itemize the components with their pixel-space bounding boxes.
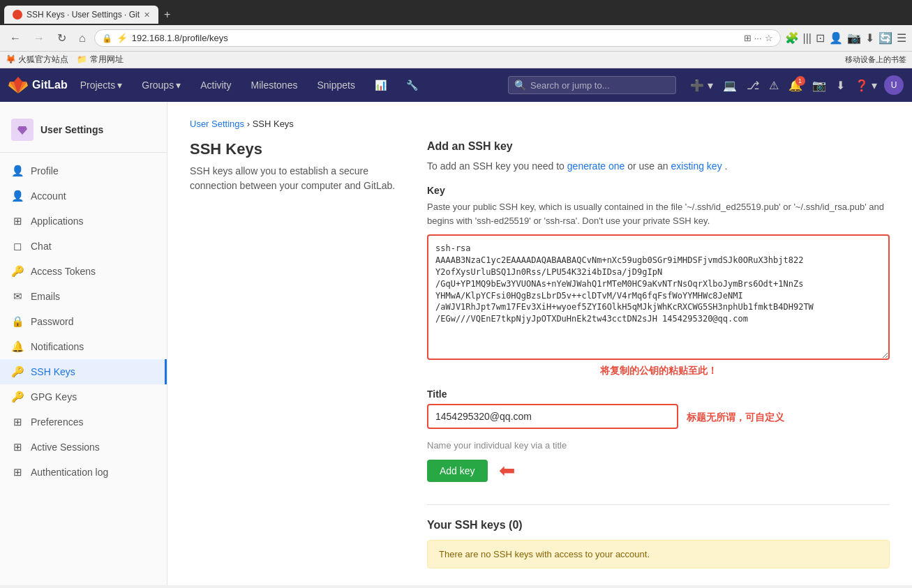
- add-key-button[interactable]: Add key: [427, 460, 488, 482]
- new-tab-button[interactable]: +: [158, 6, 176, 24]
- sidebar-label-access-tokens: Access Tokens: [31, 266, 96, 277]
- sidebar-item-preferences[interactable]: ⊞ Preferences: [0, 409, 167, 435]
- auth-log-icon: ⊞: [11, 466, 24, 478]
- add-key-heading: Add an SSH key: [427, 140, 890, 153]
- bookmark-foxsite[interactable]: 🦊 火狐官方站点: [6, 54, 68, 66]
- your-ssh-keys-section: Your SSH keys (0) There are no SSH keys …: [427, 504, 890, 568]
- nav-projects[interactable]: Projects ▾: [73, 68, 130, 102]
- profile-icon-browser[interactable]: 👤: [829, 31, 843, 45]
- sidebar-item-access-tokens[interactable]: 🔑 Access Tokens: [0, 259, 167, 284]
- no-keys-notice: There are no SSH keys with access to you…: [427, 540, 890, 568]
- bookmark-common[interactable]: 📁 常用网址: [77, 54, 123, 66]
- nav-download-icon[interactable]: ⬇: [833, 76, 848, 95]
- breadcrumb-parent[interactable]: User Settings: [190, 119, 244, 129]
- sidebar-item-emails[interactable]: ✉ Emails: [0, 284, 167, 309]
- emails-icon: ✉: [11, 290, 24, 303]
- download-icon[interactable]: ⬇: [865, 31, 874, 45]
- menu-icon[interactable]: ☰: [897, 31, 906, 45]
- nav-snippets[interactable]: Snippets: [310, 68, 361, 102]
- sidebar-item-auth-log[interactable]: ⊞ Authentication log: [0, 460, 167, 485]
- extension-icon[interactable]: 🧩: [785, 31, 799, 45]
- preferences-icon: ⊞: [11, 416, 24, 428]
- global-search[interactable]: 🔍: [508, 76, 676, 94]
- forward-button[interactable]: →: [29, 31, 49, 46]
- nav-chart-icon[interactable]: 📊: [368, 68, 394, 102]
- reload-button[interactable]: ↻: [53, 30, 70, 46]
- protocol-icon: ⚡: [117, 33, 128, 43]
- url-input[interactable]: [132, 33, 740, 43]
- sync-icon[interactable]: 🔄: [879, 31, 892, 45]
- access-tokens-icon: 🔑: [11, 265, 24, 278]
- help-btn[interactable]: ❓ ▾: [852, 76, 880, 95]
- more-icon: ···: [754, 33, 762, 43]
- nav-milestones[interactable]: Milestones: [244, 68, 305, 102]
- gitlab-navbar: GitLab Projects ▾ Groups ▾ Activity Mile…: [0, 68, 912, 102]
- mobile-bookmarks[interactable]: 移动设备上的书签: [845, 54, 906, 65]
- no-keys-message: There are no SSH keys with access to you…: [439, 549, 650, 559]
- sidebar-item-account[interactable]: 👤 Account: [0, 183, 167, 209]
- password-icon: 🔒: [11, 315, 24, 328]
- gpg-keys-icon: 🔑: [11, 391, 24, 403]
- sidebar-header-title: User Settings: [40, 124, 103, 135]
- title-annotation-text: 标题无所谓，可自定义: [687, 412, 784, 424]
- home-button[interactable]: ⌂: [75, 31, 90, 46]
- chevron-down-icon-2: ▾: [176, 80, 181, 91]
- tab-favicon: [13, 10, 22, 20]
- tab-title: SSH Keys · User Settings · Git: [27, 10, 140, 20]
- profile-icon: 👤: [11, 165, 24, 177]
- address-bar[interactable]: 🔒 ⚡ ⊞ ··· ☆: [94, 29, 781, 47]
- ext2-icon[interactable]: ⊡: [816, 31, 825, 45]
- screenshot-icon[interactable]: 📷: [847, 31, 861, 45]
- sidebar-item-profile[interactable]: 👤 Profile: [0, 158, 167, 183]
- add-key-description: To add an SSH key you need to generate o…: [427, 158, 890, 174]
- gitlab-logo[interactable]: GitLab: [8, 75, 68, 95]
- notifications-btn[interactable]: 🔔 1: [786, 76, 805, 95]
- tab-close-btn[interactable]: ✕: [144, 10, 150, 20]
- sidebar-item-chat[interactable]: ◻ Chat: [0, 234, 167, 259]
- nav-code-icon[interactable]: 💻: [720, 76, 740, 95]
- sidebar-item-password[interactable]: 🔒 Password: [0, 309, 167, 334]
- key-field-group: Key Paste your public SSH key, which is …: [427, 185, 890, 377]
- sidebar-label-auth-log: Authentication log: [31, 467, 108, 478]
- sidebar-item-applications[interactable]: ⊞ Applications: [0, 209, 167, 234]
- sidebar-label-gpg-keys: GPG Keys: [31, 391, 77, 402]
- title-input[interactable]: [427, 404, 678, 429]
- page-title: SSH Keys: [190, 140, 399, 158]
- active-sessions-icon: ⊞: [11, 441, 24, 453]
- back-button[interactable]: ←: [6, 31, 25, 46]
- sidebar-label-notifications: Notifications: [31, 341, 84, 352]
- add-key-section: Add an SSH key To add an SSH key you nee…: [427, 140, 890, 482]
- active-tab[interactable]: SSH Keys · User Settings · Git ✕: [4, 6, 158, 24]
- nav-groups[interactable]: Groups ▾: [135, 68, 188, 102]
- nav-merge-icon[interactable]: ⎇: [744, 76, 762, 95]
- ext-bar-icon[interactable]: |||: [803, 32, 812, 45]
- new-item-btn[interactable]: ➕ ▾: [687, 76, 715, 95]
- nav-camera-icon[interactable]: 📷: [809, 76, 829, 95]
- nav-issues-icon[interactable]: ⚠: [766, 76, 782, 95]
- sidebar-label-password: Password: [31, 316, 73, 327]
- search-input[interactable]: [530, 80, 670, 91]
- ssh-keys-icon: 🔑: [11, 365, 24, 378]
- sidebar-label-active-sessions: Active Sessions: [31, 442, 100, 453]
- sidebar-item-notifications[interactable]: 🔔 Notifications: [0, 334, 167, 359]
- key-annotation: 将复制的公钥的粘贴至此！: [427, 365, 890, 377]
- applications-icon: ⊞: [11, 215, 24, 227]
- key-textarea[interactable]: ssh-rsa AAAAB3NzaC1yc2EAAAADAQABAABAQCvN…: [427, 234, 890, 360]
- sidebar-item-gpg-keys[interactable]: 🔑 GPG Keys: [0, 384, 167, 409]
- notification-badge: 1: [795, 76, 805, 86]
- generate-key-link[interactable]: generate one: [567, 160, 625, 172]
- title-hint-text: Name your individual key via a title: [427, 440, 890, 451]
- sidebar-label-profile: Profile: [31, 165, 59, 176]
- existing-key-link[interactable]: existing key: [671, 160, 722, 172]
- user-avatar[interactable]: U: [884, 75, 904, 95]
- right-column: Add an SSH key To add an SSH key you nee…: [427, 140, 890, 568]
- sidebar-header-icon: [11, 119, 33, 141]
- sidebar-item-active-sessions[interactable]: ⊞ Active Sessions: [0, 435, 167, 460]
- main-content: User Settings › SSH Keys SSH Keys SSH ke…: [167, 102, 912, 585]
- nav-wrench-icon[interactable]: 🔧: [399, 68, 425, 102]
- nav-activity[interactable]: Activity: [193, 68, 238, 102]
- key-field-label: Key: [427, 185, 890, 196]
- title-field-label: Title: [427, 389, 890, 400]
- sidebar-item-ssh-keys[interactable]: 🔑 SSH Keys ➜: [0, 359, 167, 384]
- address-bar-icons: ⊞ ··· ☆: [744, 33, 773, 43]
